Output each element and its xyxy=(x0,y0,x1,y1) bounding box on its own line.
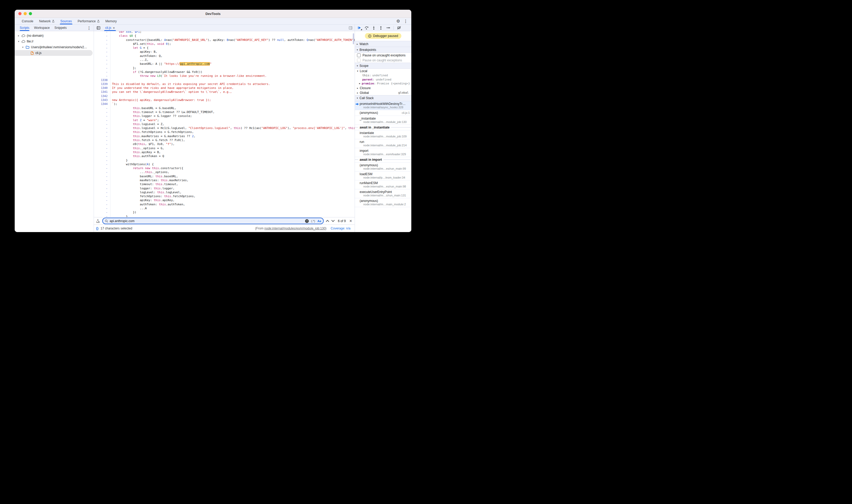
line-gutter[interactable]: - xyxy=(94,174,110,178)
toggle-debugger-sidebar-icon[interactable] xyxy=(349,25,355,31)
line-gutter[interactable]: - xyxy=(94,162,110,166)
match-case-toggle[interactable]: Aa xyxy=(317,219,321,223)
line-gutter[interactable]: - xyxy=(94,191,110,194)
coverage-link[interactable]: Coverage: n/a xyxy=(331,227,351,230)
close-tab-icon[interactable]: × xyxy=(113,26,115,30)
line-gutter[interactable]: - xyxy=(94,134,110,138)
line-gutter[interactable]: - xyxy=(94,215,110,217)
call-stack-section-header[interactable]: ▾ Call Stack xyxy=(355,95,411,101)
line-gutter[interactable]: - xyxy=(94,74,110,78)
call-stack-frame[interactable]: instantiatenode:internal/m…module_job:10… xyxy=(355,130,411,139)
tab-network[interactable]: Network xyxy=(36,18,57,24)
pause-caught-row[interactable]: Pause on caught exceptions xyxy=(355,58,411,63)
scope-local-row[interactable]: ▾ Local xyxy=(355,69,411,73)
line-gutter[interactable]: - xyxy=(94,146,110,150)
scope-section-header[interactable]: ▾ Scope xyxy=(355,63,411,69)
editor-scrollbar[interactable] xyxy=(353,33,354,44)
call-stack-frame[interactable]: runnode:internal/m…module_job:214 xyxy=(355,139,411,148)
tab-scripts[interactable]: Scripts xyxy=(17,25,32,31)
search-field[interactable]: api.anthropic.com × (.*) Aa xyxy=(102,218,324,224)
line-gutter[interactable]: - xyxy=(94,154,110,158)
tree-item-clijs[interactable]: cli.js xyxy=(15,50,93,56)
line-gutter[interactable]: - xyxy=(94,70,110,74)
hide-navigator-icon[interactable] xyxy=(94,25,103,31)
clear-search-icon[interactable]: × xyxy=(305,219,309,223)
line-gutter[interactable]: - xyxy=(94,210,110,214)
chevron-right-icon[interactable]: ▸ xyxy=(17,34,20,37)
previous-match-icon[interactable] xyxy=(326,220,329,222)
tab-workspace[interactable]: Workspace xyxy=(32,25,52,31)
code-viewport[interactable]: - var Xs0, $F1;- class $8 {- constructor… xyxy=(94,31,355,217)
line-gutter[interactable]: - xyxy=(94,182,110,186)
more-options-icon[interactable]: ⋮ xyxy=(404,19,408,23)
line-gutter[interactable]: 1343 xyxy=(94,98,110,102)
chevron-down-icon[interactable]: ▾ xyxy=(21,46,24,49)
line-gutter[interactable]: 1338 xyxy=(94,78,110,82)
line-gutter[interactable]: - xyxy=(94,186,110,191)
call-stack-frame[interactable]: (anonymous)cli.js:1 xyxy=(355,110,411,116)
pause-uncaught-row[interactable]: Pause on uncaught exceptions xyxy=(355,53,411,58)
call-stack-frame[interactable]: executeUserEntryPointnode:internal/m…s/r… xyxy=(355,189,411,198)
line-gutter[interactable]: - xyxy=(94,118,110,122)
line-gutter[interactable]: - xyxy=(94,31,110,34)
step-icon[interactable] xyxy=(386,26,390,30)
line-gutter[interactable]: 1342 xyxy=(94,94,110,98)
call-stack-frame[interactable]: loadESMnode:internal/p…/esm_loader:34 xyxy=(355,172,411,180)
line-gutter[interactable]: - xyxy=(94,110,110,114)
close-search-icon[interactable]: × xyxy=(350,219,352,223)
resume-script-icon[interactable] xyxy=(357,26,361,30)
line-gutter[interactable]: - xyxy=(94,42,110,46)
tab-performance[interactable]: Performance xyxy=(75,18,103,24)
settings-gear-icon[interactable]: ⚙ xyxy=(396,19,400,23)
call-stack-frame[interactable]: importnode:internal/m…esm/loader:329 xyxy=(355,148,411,157)
line-gutter[interactable]: 1344 xyxy=(94,102,110,106)
deactivate-breakpoints-icon[interactable] xyxy=(397,26,401,30)
step-into-icon[interactable] xyxy=(372,26,376,30)
call-stack-frame[interactable]: promiseInitHookWithDestroyTr…node:intern… xyxy=(355,101,411,110)
line-gutter[interactable]: - xyxy=(94,178,110,182)
chevron-right-icon[interactable]: ▶ xyxy=(359,82,362,85)
line-gutter[interactable]: - xyxy=(94,166,110,170)
regex-toggle[interactable]: (.*) xyxy=(311,219,315,223)
step-over-icon[interactable] xyxy=(365,26,369,30)
call-stack-frame[interactable]: _instantiatenode:internal/m…module_job:1… xyxy=(355,116,411,125)
line-gutter[interactable]: - xyxy=(94,50,110,54)
tab-snippets[interactable]: Snippets xyxy=(52,25,69,31)
line-gutter[interactable]: - xyxy=(94,206,110,210)
line-gutter[interactable]: - xyxy=(94,62,110,66)
line-gutter[interactable]: - xyxy=(94,130,110,134)
step-out-icon[interactable] xyxy=(379,26,383,30)
navigator-more-icon[interactable]: ⋮ xyxy=(87,26,91,30)
line-gutter[interactable]: - xyxy=(94,54,110,58)
line-gutter[interactable]: - xyxy=(94,126,110,130)
line-gutter[interactable]: - xyxy=(94,170,110,174)
call-stack-frame[interactable]: (anonymous)node:internal/m…main_module:2 xyxy=(355,198,411,207)
line-gutter[interactable]: - xyxy=(94,34,110,38)
editor-tab-clijs[interactable]: cli.js × xyxy=(103,25,118,31)
scope-entry-promise[interactable]: ▶ promise:Promise {<pending>} xyxy=(355,82,411,86)
breakpoints-section-header[interactable]: ▾ Breakpoints xyxy=(355,47,411,53)
module-link[interactable]: node:internal/modules/esm/module_job:130 xyxy=(264,227,325,230)
resume-dropdown-icon[interactable] xyxy=(361,29,362,30)
scope-global-row[interactable]: ▸ Global global xyxy=(355,90,411,95)
line-gutter[interactable]: 1339 xyxy=(94,82,110,86)
line-gutter[interactable]: - xyxy=(94,142,110,146)
line-gutter[interactable]: - xyxy=(94,158,110,162)
line-gutter[interactable]: - xyxy=(94,66,110,70)
search-input[interactable]: api.anthropic.com xyxy=(110,219,135,223)
line-gutter[interactable]: - xyxy=(94,150,110,154)
line-gutter[interactable]: 1341 xyxy=(94,90,110,94)
call-stack-frame[interactable]: runMainESMnode:internal/m…es/run_main:98 xyxy=(355,180,411,189)
line-gutter[interactable]: 1340 xyxy=(94,86,110,90)
call-stack-frame[interactable]: (anonymous)node:internal/m…es/run_main:9… xyxy=(355,163,411,172)
line-gutter[interactable]: - xyxy=(94,38,110,42)
pretty-print-icon[interactable]: {} xyxy=(96,227,99,230)
line-gutter[interactable]: - xyxy=(94,138,110,142)
tab-sources[interactable]: Sources xyxy=(57,18,75,24)
tree-item-no-domain[interactable]: ▸ (no domain) xyxy=(15,33,94,39)
line-gutter[interactable]: - xyxy=(94,106,110,110)
line-gutter[interactable]: - xyxy=(94,198,110,202)
chevron-down-icon[interactable]: ▾ xyxy=(17,40,20,43)
tree-item-node-folder[interactable]: ▾ Users/jinhuilee/.nvm/versions/node/v2… xyxy=(15,44,94,50)
scope-closure-row[interactable]: ▸ Closure xyxy=(355,86,411,90)
